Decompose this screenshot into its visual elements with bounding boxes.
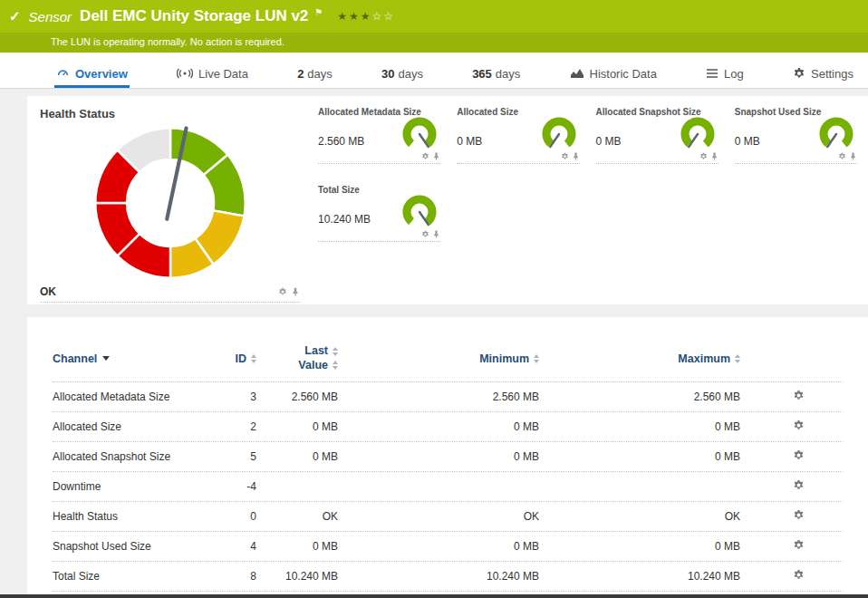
stars-filled[interactable]: ★★★: [337, 10, 371, 23]
channel-maximum: 10.240 MB: [539, 570, 740, 583]
priority-stars[interactable]: ★★★☆☆: [337, 10, 395, 23]
content-area: Health Status OK: [0, 89, 868, 598]
gauge-value: 0 MB: [596, 135, 622, 148]
divider: [735, 163, 857, 164]
channel-settings-gear-icon[interactable]: [793, 390, 805, 401]
tab-log[interactable]: Log: [704, 62, 746, 88]
channel-maximum: 0 MB: [539, 450, 740, 463]
stars-empty[interactable]: ☆☆: [372, 10, 396, 23]
gear-icon: [793, 67, 805, 80]
table-row: Snapshot Used Size 4 0 MB 0 MB 0 MB: [53, 532, 843, 562]
mini-gauge: [399, 195, 440, 231]
column-header-id[interactable]: ID: [198, 352, 256, 365]
live-data-icon: [177, 68, 193, 79]
tab-label: Historic Data: [590, 67, 657, 81]
channel-id: 3: [198, 391, 256, 403]
pin-icon[interactable]: [291, 287, 300, 296]
channel-settings-gear-icon[interactable]: [793, 420, 805, 431]
channel-last-value: 2.560 MB: [256, 391, 338, 403]
table-row: Health Status 0 OK OK OK: [53, 502, 843, 532]
column-header-last-value[interactable]: Last Value: [256, 344, 338, 372]
tab-historic-data[interactable]: Historic Data: [568, 62, 659, 88]
table-row: Allocated Metadata Size 3 2.560 MB 2.560…: [53, 382, 843, 412]
divider: [596, 163, 719, 164]
log-icon: [706, 68, 719, 79]
pin-icon[interactable]: [849, 152, 857, 160]
channel-minimum: 0 MB: [338, 540, 539, 553]
table-row: Downtime -4: [53, 472, 843, 502]
channel-id: 8: [198, 570, 256, 583]
channel-settings-gear-icon[interactable]: [793, 479, 805, 491]
gauge-label: Snapshot Used Size: [735, 107, 857, 117]
gear-icon[interactable]: [278, 287, 287, 296]
tab-overview[interactable]: Overview: [54, 62, 130, 88]
column-header-minimum[interactable]: Minimum: [338, 352, 539, 365]
health-status-label: Health Status: [40, 107, 300, 121]
divider: [457, 163, 579, 164]
channel-id: 4: [198, 540, 256, 553]
column-label: ID: [236, 352, 247, 365]
channel-name: Health Status: [53, 510, 198, 523]
gauge-label: Allocated Size: [457, 107, 579, 117]
channel-maximum: OK: [539, 510, 740, 523]
health-status-value: OK: [40, 285, 56, 298]
table-row: Total Size 8 10.240 MB 10.240 MB 10.240 …: [53, 562, 843, 592]
mini-gauge: [677, 117, 719, 153]
tab-label: Overview: [75, 67, 128, 81]
gauge-card-snapshot-used-size[interactable]: Snapshot Used Size 0 MB: [729, 96, 868, 174]
channel-last-value: OK: [256, 510, 338, 523]
gauge-card-allocated-snapshot-size[interactable]: Allocated Snapshot Size 0 MB: [591, 96, 729, 174]
gear-icon[interactable]: [699, 152, 708, 160]
pin-icon[interactable]: [432, 230, 440, 238]
tab-30-days[interactable]: 30 days: [380, 62, 425, 88]
column-label: Channel: [53, 352, 97, 365]
tab-365-days[interactable]: 365 days: [470, 62, 522, 88]
sensor-status-message: The LUN is operating normally. No action…: [0, 33, 868, 53]
channel-maximum: 2.560 MB: [539, 391, 740, 403]
tab-live-data[interactable]: Live Data: [175, 62, 250, 88]
channel-maximum: 0 MB: [539, 540, 740, 553]
priority-flag-icon[interactable]: ⚑: [314, 7, 323, 17]
sensor-title: Dell EMC Unity Storage LUN v2: [80, 7, 308, 25]
pin-icon[interactable]: [432, 152, 440, 160]
column-label: Maximum: [678, 352, 730, 365]
channel-name: Snapshot Used Size: [53, 540, 198, 553]
tab-number: 365: [472, 67, 492, 81]
gauge-card-allocated-size[interactable]: Allocated Size 0 MB: [451, 96, 590, 174]
gear-icon[interactable]: [421, 152, 429, 160]
channel-settings-gear-icon[interactable]: [793, 449, 805, 461]
gear-icon[interactable]: [421, 230, 429, 238]
channel-id: 5: [198, 450, 256, 463]
overview-panel: Health Status OK: [27, 96, 868, 304]
mini-gauge: [399, 117, 440, 153]
channel-settings-gear-icon[interactable]: [793, 539, 805, 551]
channel-id: 0: [198, 510, 256, 523]
channel-id: -4: [198, 480, 256, 493]
gauge-card-allocated-metadata-size[interactable]: Allocated Metadata Size 2.560 MB: [313, 96, 451, 174]
column-label: Minimum: [479, 352, 529, 365]
tab-label: Settings: [811, 67, 854, 81]
gear-icon[interactable]: [561, 152, 569, 160]
channel-minimum: 2.560 MB: [338, 391, 539, 403]
channel-name: Allocated Size: [53, 420, 198, 433]
pin-icon[interactable]: [572, 152, 580, 160]
channel-name: Downtime: [53, 480, 198, 493]
column-header-maximum[interactable]: Maximum: [539, 352, 740, 365]
health-status-gauge: [88, 121, 253, 285]
gear-icon[interactable]: [838, 152, 846, 160]
bottom-divider: [0, 594, 868, 598]
mini-gauge: [538, 117, 580, 153]
channel-last-value: 10.240 MB: [256, 570, 338, 583]
pin-icon[interactable]: [710, 152, 719, 160]
tab-settings[interactable]: Settings: [791, 62, 855, 88]
tab-2-days[interactable]: 2 days: [295, 62, 334, 88]
gauge-card-total-size[interactable]: Total Size 10.240 MB: [313, 174, 451, 252]
channel-last-value: 0 MB: [256, 420, 338, 433]
object-kind-label: Sensor: [29, 9, 72, 24]
channel-minimum: 0 MB: [338, 420, 539, 433]
channel-settings-gear-icon[interactable]: [793, 509, 805, 521]
channel-settings-gear-icon[interactable]: [793, 569, 805, 581]
channel-minimum: 0 MB: [338, 450, 539, 463]
divider: [318, 241, 440, 242]
column-header-channel[interactable]: Channel: [53, 352, 198, 365]
